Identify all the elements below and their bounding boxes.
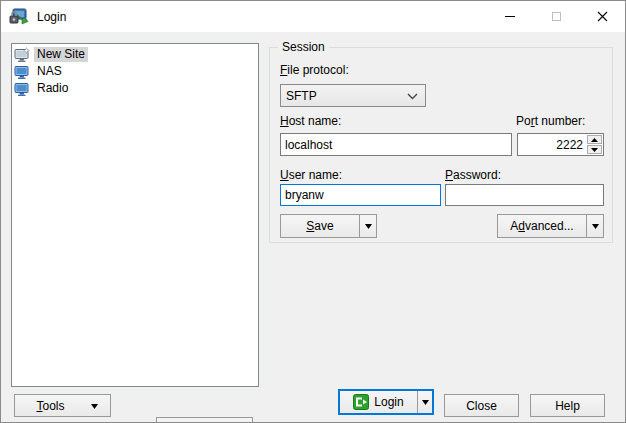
help-button[interactable]: Help	[530, 394, 605, 417]
advanced-dropdown-button[interactable]	[587, 224, 603, 229]
port-number-input[interactable]	[518, 134, 586, 155]
password-input[interactable]	[445, 184, 604, 206]
new-site-icon	[14, 47, 30, 63]
site-label: NAS	[34, 64, 65, 79]
file-protocol-dropdown[interactable]: SFTP	[280, 84, 426, 107]
login-button-label: Login	[374, 395, 403, 409]
site-icon	[14, 64, 30, 80]
site-icon	[14, 81, 30, 97]
titlebar: Login	[1, 1, 625, 32]
dropdown-arrow-icon	[592, 224, 599, 229]
help-button-label: Help	[555, 399, 580, 413]
login-icon	[353, 394, 369, 410]
save-button-label: Save	[281, 219, 359, 233]
port-spinner	[587, 135, 602, 154]
chevron-down-icon	[407, 93, 418, 100]
advanced-button-label: Advanced...	[498, 219, 586, 233]
spinner-up-button[interactable]	[587, 135, 602, 144]
user-name-input[interactable]	[280, 184, 441, 206]
advanced-button[interactable]: Advanced...	[497, 214, 604, 238]
save-button[interactable]: Save	[280, 214, 377, 238]
port-number-label: Port number:	[516, 114, 585, 128]
site-list-item-nas[interactable]: NAS	[12, 63, 258, 80]
host-name-input[interactable]	[280, 133, 512, 156]
save-dropdown-button[interactable]	[360, 224, 376, 229]
password-label: Password:	[445, 168, 501, 182]
file-protocol-value: SFTP	[286, 89, 317, 103]
window-title: Login	[37, 10, 66, 24]
site-list-item-new-site[interactable]: New Site	[12, 46, 258, 63]
site-label: New Site	[34, 47, 88, 62]
login-button[interactable]: Login	[338, 389, 434, 415]
site-label: Radio	[34, 81, 71, 96]
arrow-up-icon	[591, 138, 598, 142]
maximize-icon	[552, 12, 561, 21]
winscp-app-icon	[9, 8, 29, 26]
site-list: New Site NAS Radio	[11, 43, 259, 387]
tools-button[interactable]: Tools	[14, 394, 111, 417]
login-dialog: Login New Site	[0, 0, 626, 423]
tools-button-label: Tools	[15, 399, 86, 413]
spinner-down-button[interactable]	[587, 145, 602, 154]
file-protocol-label: File protocol:	[280, 63, 349, 77]
minimize-icon	[505, 16, 515, 17]
close-button[interactable]	[579, 1, 625, 32]
close-button-label: Close	[466, 399, 497, 413]
dropdown-arrow-icon	[422, 400, 429, 405]
manage-button[interactable]: Manage	[156, 417, 253, 423]
site-list-item-radio[interactable]: Radio	[12, 80, 258, 97]
close-icon	[597, 11, 608, 22]
minimize-button[interactable]	[487, 1, 533, 32]
session-group-label: Session	[278, 40, 329, 54]
close-dialog-button[interactable]: Close	[444, 394, 519, 417]
dropdown-arrow-icon	[91, 404, 98, 409]
session-group: Session File protocol: SFTP Host name: P…	[269, 47, 613, 243]
user-name-label: User name:	[280, 168, 342, 182]
login-dropdown-button[interactable]	[418, 400, 432, 405]
arrow-down-icon	[591, 148, 598, 152]
port-number-field	[517, 133, 604, 156]
maximize-button	[533, 1, 579, 32]
host-name-label: Host name:	[280, 114, 341, 128]
dropdown-arrow-icon	[365, 224, 372, 229]
